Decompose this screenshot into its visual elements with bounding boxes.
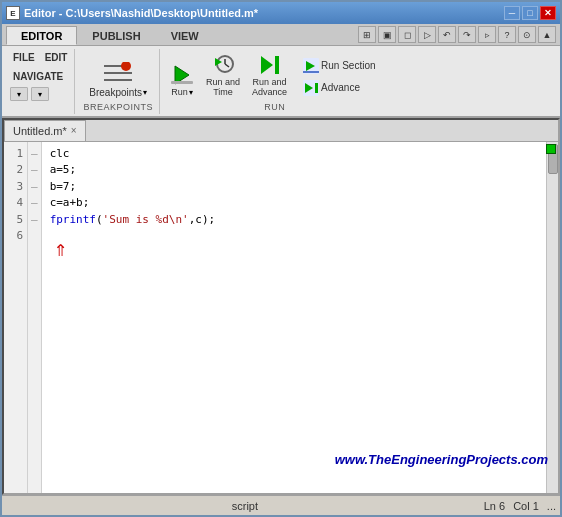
tab-filename: Untitled.m*: [13, 125, 67, 137]
status-col: Col 1: [513, 500, 539, 512]
run-and-time-icon: [211, 53, 235, 77]
dash-3: –: [31, 179, 38, 196]
qa-btn7[interactable]: ▹: [478, 26, 496, 43]
run-button[interactable]: Run ▾: [166, 61, 198, 100]
title-bar: E Editor - C:\Users\Nashid\Desktop\Untit…: [2, 2, 560, 24]
qa-help-btn[interactable]: ?: [498, 26, 516, 43]
file-edit-navigate-group: FILE EDIT NAVIGATE ▾ ▾: [6, 49, 75, 114]
qa-undo-btn[interactable]: ↶: [438, 26, 456, 43]
dash-1: –: [31, 146, 38, 163]
breakpoints-group: Breakpoints ▾ BREAKPOINTS: [77, 49, 160, 114]
run-and-advance-label: Run andAdvance: [252, 78, 287, 98]
status-dot: [546, 144, 556, 154]
navigate-row: NAVIGATE: [10, 70, 66, 83]
file-edit-row: FILE EDIT: [10, 51, 70, 64]
status-ln: Ln 6: [484, 500, 505, 512]
editor-container: Untitled.m* × 1 2 3 4 5 6: [2, 118, 560, 495]
nav-arrows-row: ▾ ▾: [10, 87, 49, 101]
line-num-5: 5: [8, 212, 23, 229]
app-icon: E: [6, 6, 20, 20]
advance-button[interactable]: Advance: [299, 78, 379, 98]
file-menu[interactable]: FILE: [10, 51, 38, 64]
line-num-1: 1: [8, 146, 23, 163]
qa-btn9[interactable]: ⊙: [518, 26, 536, 43]
breakpoints-content: Breakpoints ▾: [85, 51, 151, 100]
close-button[interactable]: ✕: [540, 6, 556, 20]
advance-label: Advance: [321, 82, 360, 93]
run-and-time-label: Run andTime: [206, 78, 240, 98]
qa-btn3[interactable]: ◻: [398, 26, 416, 43]
line-numbers: 1 2 3 4 5 6: [4, 142, 28, 493]
tab-view[interactable]: VIEW: [156, 26, 214, 45]
breakpoints-group-label: BREAKPOINTS: [83, 100, 153, 112]
dash-5: –: [31, 212, 38, 229]
qa-btn10[interactable]: ▲: [538, 26, 556, 43]
ribbon: FILE EDIT NAVIGATE ▾ ▾: [2, 46, 560, 118]
run-section-button[interactable]: Run Section: [299, 56, 379, 76]
ribbon-quick-access: ⊞ ▣ ◻ ▷ ↶ ↷ ▹ ? ⊙ ▲: [358, 26, 560, 45]
main-window: E Editor - C:\Users\Nashid\Desktop\Untit…: [0, 0, 562, 517]
code-content[interactable]: clc a=5; b=7; c=a+b; fprintf('Sum is %d\…: [42, 142, 546, 493]
qa-save-btn[interactable]: ⊞: [358, 26, 376, 43]
arrow-indicator: ⇑: [54, 238, 67, 260]
navigate-menu[interactable]: NAVIGATE: [10, 70, 66, 83]
advance-icon: [303, 80, 319, 96]
breakpoints-button[interactable]: Breakpoints ▾: [85, 61, 151, 100]
run-section-icon: [303, 58, 319, 74]
run-and-time-button[interactable]: Run andTime: [202, 51, 244, 100]
run-group-inner: Run ▾: [166, 51, 384, 112]
code-line-3: b=7;: [50, 179, 538, 196]
run-group: Run ▾: [162, 49, 388, 114]
status-script: script: [6, 500, 484, 512]
dash-6: [31, 228, 38, 245]
svg-rect-11: [275, 56, 279, 74]
qa-run-btn[interactable]: ▷: [418, 26, 436, 43]
vertical-scrollbar[interactable]: [546, 142, 558, 493]
ribbon-tabs-bar: EDITOR PUBLISH VIEW ⊞ ▣ ◻ ▷ ↶ ↷ ▹ ? ⊙ ▲: [2, 24, 560, 46]
status-right: Ln 6 Col 1 ...: [484, 500, 556, 512]
tab-editor[interactable]: EDITOR: [6, 26, 77, 45]
code-line-1: clc: [50, 146, 538, 163]
svg-rect-2: [104, 72, 132, 74]
line-num-6: 6: [8, 228, 23, 245]
svg-rect-17: [315, 83, 318, 93]
run-arrow: ▾: [189, 88, 193, 97]
run-icon: [170, 63, 194, 87]
code-line-4: c=a+b;: [50, 195, 538, 212]
maximize-button[interactable]: □: [522, 6, 538, 20]
line-num-4: 4: [8, 195, 23, 212]
svg-line-9: [225, 64, 229, 67]
breakpoints-label: Breakpoints: [89, 87, 142, 98]
code-area[interactable]: 1 2 3 4 5 6 – – – – –: [4, 142, 558, 493]
run-section-advance-group: Run Section Advance: [295, 54, 383, 100]
run-and-advance-button[interactable]: Run andAdvance: [248, 51, 291, 100]
window-title: Editor - C:\Users\Nashid\Desktop\Untitle…: [24, 7, 258, 19]
edit-menu[interactable]: EDIT: [42, 51, 71, 64]
svg-marker-10: [261, 56, 273, 74]
line-num-2: 2: [8, 162, 23, 179]
run-section-label: Run Section: [321, 60, 375, 71]
line-num-3: 3: [8, 179, 23, 196]
nav-arrow-left[interactable]: ▾: [10, 87, 28, 101]
code-line-5: fprintf('Sum is %d\n',c);: [50, 212, 538, 229]
run-label: Run: [171, 88, 188, 98]
tab-close-button[interactable]: ×: [71, 125, 77, 136]
nav-arrow-right[interactable]: ▾: [31, 87, 49, 101]
qa-btn2[interactable]: ▣: [378, 26, 396, 43]
status-extra: ...: [547, 500, 556, 512]
breakpoints-arrow: ▾: [143, 88, 147, 97]
breakpoints-icon: [104, 63, 132, 87]
status-bar: script Ln 6 Col 1 ...: [2, 495, 560, 515]
run-group-label: RUN: [166, 100, 384, 112]
code-line-6: [50, 228, 538, 245]
minimize-button[interactable]: ─: [504, 6, 520, 20]
editor-tab-untitled[interactable]: Untitled.m* ×: [4, 120, 86, 141]
dash-2: –: [31, 162, 38, 179]
title-bar-left: E Editor - C:\Users\Nashid\Desktop\Untit…: [6, 6, 258, 20]
run-buttons-row: Run ▾: [166, 51, 384, 100]
tab-publish[interactable]: PUBLISH: [77, 26, 155, 45]
svg-rect-5: [171, 81, 193, 84]
qa-redo-btn[interactable]: ↷: [458, 26, 476, 43]
svg-point-1: [121, 62, 131, 71]
tab-bar: Untitled.m* ×: [4, 120, 558, 142]
